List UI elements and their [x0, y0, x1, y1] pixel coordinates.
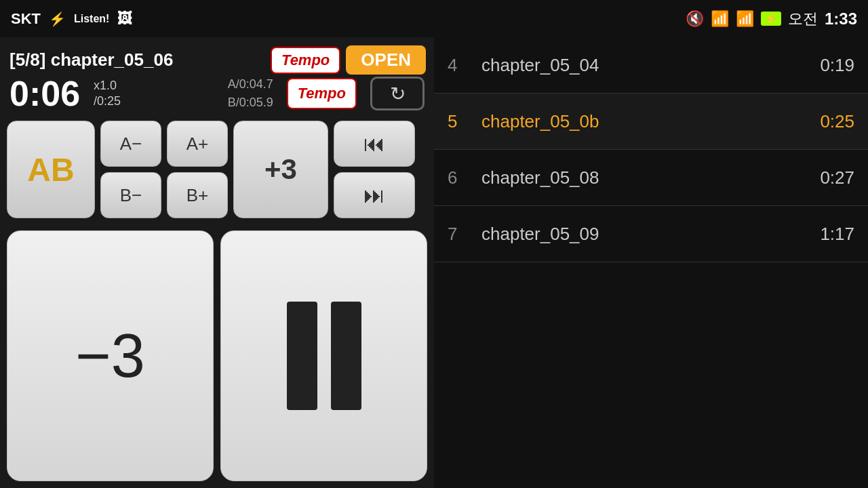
item-num-6: 6: [448, 167, 481, 188]
playlist-item-6[interactable]: 6 chapter_05_08 0:27: [434, 150, 868, 206]
main-layout: [5/8] chapter_05_06 Tempo OPEN 0:06 x1.0…: [0, 37, 868, 488]
ampm-label: 오전: [788, 9, 818, 29]
left-panel: [5/8] chapter_05_06 Tempo OPEN 0:06 x1.0…: [0, 37, 434, 488]
ab-info: A/0:04.7 B/0:05.9: [228, 75, 273, 112]
repeat-button[interactable]: ↻: [370, 77, 425, 110]
pause-bar-right: [331, 302, 361, 410]
skip-next-icon: ⏭: [363, 183, 385, 208]
item-title-5: chapter_05_0b: [481, 111, 820, 132]
pause-icon: [287, 302, 361, 410]
open-button[interactable]: OPEN: [346, 45, 426, 75]
item-duration-4: 0:19: [820, 55, 854, 76]
ab-label: AB: [27, 151, 74, 188]
ab-sub-controls-right: A+ B+: [167, 121, 228, 218]
total-time: /0:25: [94, 94, 121, 109]
usb-icon: ⚡: [49, 11, 66, 27]
playlist-item-5[interactable]: 5 chapter_05_0b 0:25: [434, 94, 868, 150]
skip-prev-button[interactable]: ⏮: [334, 121, 415, 167]
item-duration-7: 1:17: [820, 224, 854, 245]
item-num-7: 7: [448, 224, 481, 245]
speed-info: x1.0 /0:25: [94, 78, 121, 110]
ab-button[interactable]: AB: [7, 121, 95, 218]
pitch-display-value: −3: [75, 321, 145, 391]
status-bar: SKT ⚡ Listen! 🖼 🔇 📶 📶 ⚡ 오전 1:33: [0, 0, 868, 37]
status-time: 1:33: [825, 9, 857, 28]
nav-controls: ⏮ ⏭: [334, 121, 415, 218]
header-row: [5/8] chapter_05_06 Tempo OPEN: [0, 37, 434, 75]
wifi-icon: 📶: [711, 10, 729, 28]
pause-bar-left: [287, 302, 317, 410]
signal-icon: 📶: [736, 10, 754, 28]
b-plus-button[interactable]: B+: [167, 172, 228, 218]
image-icon: 🖼: [117, 10, 132, 28]
timer-section: 0:06 x1.0 /0:25 A/0:04.7 B/0:05.9 Tempo …: [0, 75, 434, 115]
item-num-4: 4: [448, 55, 481, 76]
timer-display: 0:06: [9, 76, 80, 111]
playlist-item-7[interactable]: 7 chapter_05_09 1:17: [434, 206, 868, 262]
pause-button[interactable]: [220, 230, 427, 481]
b-minus-label: B−: [120, 185, 142, 206]
item-title-7: chapter_05_09: [481, 224, 820, 245]
tempo-button-top[interactable]: Tempo: [271, 47, 340, 74]
tempo-button-bottom[interactable]: Tempo: [287, 78, 357, 109]
carrier-label: SKT: [11, 10, 41, 28]
pitch-display-button[interactable]: −3: [7, 230, 214, 481]
a-plus-button[interactable]: A+: [167, 121, 228, 167]
listen-label: Listen!: [74, 13, 109, 25]
repeat-icon: ↻: [390, 83, 406, 105]
b-minus-button[interactable]: B−: [100, 172, 161, 218]
point-b: B/0:05.9: [228, 94, 273, 112]
playlist-panel: 4 chapter_05_04 0:19 5 chapter_05_0b 0:2…: [434, 37, 868, 488]
pitch-button[interactable]: +3: [233, 121, 328, 218]
item-duration-5: 0:25: [820, 111, 854, 132]
speed-value: x1.0: [94, 78, 121, 94]
point-a: A/0:04.7: [228, 75, 273, 94]
item-title-6: chapter_05_08: [481, 167, 820, 188]
b-plus-label: B+: [186, 185, 209, 206]
playlist-item-4[interactable]: 4 chapter_05_04 0:19: [434, 37, 868, 94]
controls-row: AB A− B− A+ B+ +3: [0, 115, 434, 224]
skip-next-button[interactable]: ⏭: [334, 172, 415, 218]
item-num-5: 5: [448, 111, 481, 132]
ab-sub-controls: A− B−: [100, 121, 161, 218]
a-minus-button[interactable]: A−: [100, 121, 161, 167]
a-minus-label: A−: [120, 134, 142, 155]
track-title: [5/8] chapter_05_06: [9, 49, 265, 70]
item-duration-6: 0:27: [820, 167, 854, 188]
battery-icon: ⚡: [761, 12, 781, 26]
item-title-4: chapter_05_04: [481, 55, 820, 76]
bottom-row: −3: [0, 224, 434, 488]
skip-prev-icon: ⏮: [363, 131, 385, 157]
mute-icon: 🔇: [686, 10, 704, 28]
pitch-label: +3: [264, 153, 297, 186]
a-plus-label: A+: [186, 134, 209, 155]
